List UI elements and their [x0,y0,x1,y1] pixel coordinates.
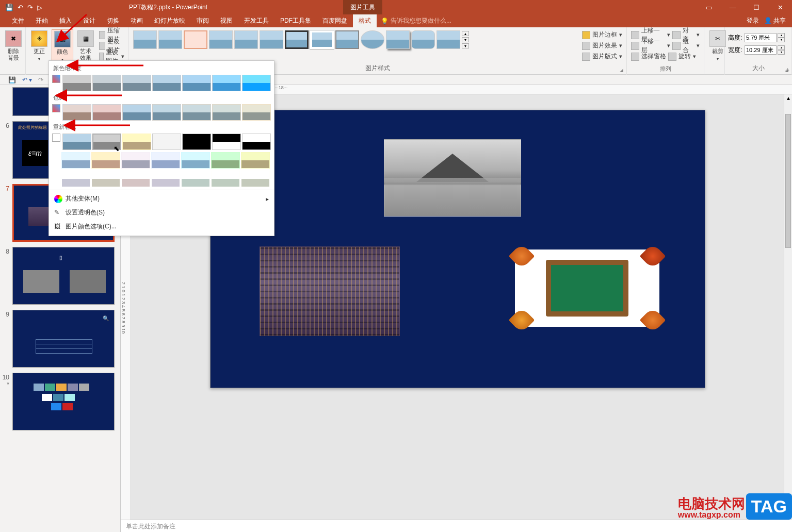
slide-canvas[interactable] [210,110,705,388]
recolor-option[interactable] [181,171,210,187]
recolor-option[interactable] [91,152,120,169]
collapse-ribbon-icon[interactable]: ㅅ [785,66,790,73]
recolor-option[interactable] [182,134,211,150]
close-icon[interactable]: ✕ [768,0,792,14]
recolor-option[interactable] [61,152,90,169]
tone-option[interactable] [182,104,211,121]
thumbnail[interactable]: 8 ▯ [2,247,118,305]
start-icon[interactable]: ▷ [37,4,42,11]
thumbnail[interactable]: 10* [2,373,118,430]
style-option[interactable] [158,30,182,49]
image-mountain[interactable] [384,139,521,217]
group-button[interactable]: 组合 ▾ [671,40,701,51]
tab-view[interactable]: 视图 [215,14,238,27]
style-option[interactable] [386,30,410,49]
recolor-option[interactable] [241,171,270,187]
tab-review[interactable]: 审阅 [191,14,215,27]
tone-option[interactable] [212,104,241,121]
stepper-down-icon[interactable]: ▾ [778,38,785,42]
style-option[interactable] [285,30,309,49]
picture-border-button[interactable]: 图片边框 ▾ [581,29,623,40]
color-button[interactable]: ▨颜色▾ [52,29,73,64]
tone-option[interactable] [122,104,151,121]
tab-slideshow[interactable]: 幻灯片放映 [149,14,191,27]
style-option[interactable] [411,30,435,49]
saturation-option[interactable] [182,75,211,91]
picture-layout-button[interactable]: 图片版式 ▾ [581,51,623,62]
image-city[interactable] [260,246,400,336]
set-transparent-menuitem[interactable]: ✎设置透明色(S) [49,206,274,220]
save-icon[interactable]: 💾 [5,4,13,11]
qat-redo-icon[interactable]: ↷ [38,76,43,84]
tone-option[interactable] [152,104,181,121]
notes-pane[interactable]: 单击此处添加备注 [121,520,792,532]
recolor-option[interactable] [242,134,271,150]
minimize-icon[interactable]: — [721,0,745,14]
redo-icon[interactable]: ↷ [27,4,33,11]
recolor-option[interactable] [151,171,180,187]
recolor-option[interactable] [62,134,91,150]
tab-devtools[interactable]: 开发工具 [238,14,274,27]
dialog-launcher-icon[interactable]: ◢ [620,68,623,73]
tab-animation[interactable]: 动画 [125,14,149,27]
recolor-option[interactable] [151,152,180,169]
tab-home[interactable]: 开始 [30,14,54,27]
login-button[interactable]: 登录 [747,16,759,25]
ribbon-options-icon[interactable]: ▭ [697,0,721,14]
saturation-option[interactable] [92,75,121,91]
image-chalkboard[interactable] [515,250,659,327]
style-option[interactable] [361,30,384,49]
corrections-button[interactable]: ☀更正▾ [29,29,50,63]
height-input[interactable] [745,33,777,42]
recolor-option[interactable] [181,152,210,169]
color-options-menuitem[interactable]: 🖼图片颜色选项(C)... [49,220,274,234]
send-backward-button[interactable]: 下移一层 ▾ [630,40,671,51]
stepper-up-icon[interactable]: ▴ [778,33,785,38]
style-option[interactable] [310,30,334,49]
saturation-option[interactable] [152,75,181,91]
remove-background-button[interactable]: ✖删除背景 [3,29,24,62]
recolor-option[interactable] [122,134,151,150]
recolor-option[interactable] [121,152,150,169]
rotate-button[interactable]: 旋转 ▾ [667,51,697,62]
style-option[interactable] [133,30,157,49]
recolor-option[interactable] [61,171,90,187]
tab-pdftools[interactable]: PDF工具集 [274,14,317,27]
tone-option[interactable] [62,104,91,121]
saturation-option[interactable] [212,75,241,91]
tab-file[interactable]: 文件 [6,14,30,27]
style-option[interactable] [234,30,258,49]
saturation-option[interactable] [122,75,151,91]
tone-option[interactable] [92,104,121,121]
share-button[interactable]: 👤 共享 [764,16,786,25]
qat-save-icon[interactable]: 💾 [8,76,16,84]
qat-undo-icon[interactable]: ↶ ▾ [22,76,32,84]
recolor-option[interactable] [152,134,181,150]
gallery-up-icon[interactable]: ▴ [462,31,469,36]
thumbnail[interactable]: 9 🔍 [2,310,118,368]
style-option[interactable] [209,30,233,49]
maximize-icon[interactable]: ☐ [745,0,768,14]
gallery-more-icon[interactable]: ▾ [462,43,469,48]
gallery-down-icon[interactable]: ▾ [462,37,469,42]
undo-icon[interactable]: ↶ [18,4,23,11]
tab-design[interactable]: 设计 [77,14,101,27]
saturation-option[interactable] [62,75,91,91]
tone-option[interactable] [242,104,271,121]
recolor-option[interactable] [121,171,150,187]
recolor-option[interactable] [212,134,241,150]
tab-insert[interactable]: 插入 [54,14,77,27]
tab-baidu[interactable]: 百度网盘 [317,14,353,27]
style-option[interactable] [335,30,359,49]
saturation-option[interactable] [242,75,271,91]
recolor-option[interactable] [241,152,270,169]
recolor-option[interactable] [211,152,240,169]
selection-pane-button[interactable]: 选择窗格 [630,51,667,62]
tell-me[interactable]: 💡告诉我您想要做什么... [381,16,451,25]
picture-styles-gallery[interactable]: ▴▾▾ [132,29,579,50]
recolor-option[interactable] [211,171,240,187]
picture-effects-button[interactable]: 图片效果 ▾ [581,40,623,51]
tab-transition[interactable]: 切换 [101,14,125,27]
stepper-down-icon[interactable]: ▾ [778,50,785,55]
width-input[interactable] [745,45,777,55]
